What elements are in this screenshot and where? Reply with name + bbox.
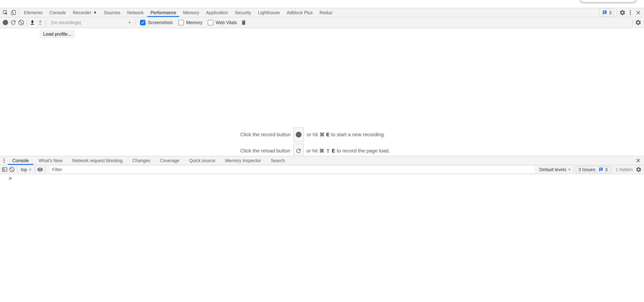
gear-icon [636, 167, 642, 173]
tab-label: Network [127, 10, 144, 15]
trash-icon [240, 20, 247, 26]
tab-elements[interactable]: Elements [20, 8, 46, 17]
tab-label: Application [206, 10, 228, 15]
eye-icon [37, 167, 43, 173]
close-drawer-button[interactable] [634, 157, 642, 165]
close-devtools-button[interactable] [634, 9, 642, 17]
capture-settings-button[interactable] [634, 19, 642, 27]
settings-button[interactable] [618, 9, 626, 17]
record-button-illustration [294, 127, 304, 142]
save-profile-button[interactable] [36, 19, 44, 27]
tab-label: Search [270, 158, 285, 163]
tab-label: Lighthouse [258, 10, 280, 15]
kebab-menu-icon [627, 10, 634, 16]
kebab-menu-icon [1, 158, 7, 164]
drawer-tab-network-request-blocking[interactable]: Network request blocking [67, 156, 128, 165]
tab-label: Console [50, 10, 66, 15]
divider [35, 166, 35, 173]
reload-and-record-button[interactable] [9, 19, 17, 27]
device-toolbar-button[interactable] [9, 9, 17, 17]
drawer-tab-whats-new[interactable]: What's New [34, 156, 68, 165]
cmd-key-glyph: ⌘ [319, 148, 324, 154]
tab-label: Console [12, 158, 29, 163]
issues-button[interactable]: 3 Issues: 3 [576, 166, 610, 173]
tab-label: Network request blocking [72, 158, 122, 163]
inspect-cursor-icon [2, 10, 8, 16]
create-live-expression-button[interactable] [36, 166, 44, 174]
inspect-element-button[interactable] [2, 9, 9, 17]
console-prompt-chevron: > [8, 175, 12, 181]
screenshots-checkbox-group[interactable]: Screenshots [140, 20, 173, 25]
recordings-dropdown[interactable]: (no recordings) ▾ [48, 19, 133, 27]
divider [17, 166, 17, 173]
tab-application[interactable]: Application [203, 8, 232, 17]
browser-top-strip [0, 0, 644, 8]
issues-counter-button[interactable]: 3 [599, 9, 614, 16]
load-profile-button[interactable] [28, 19, 36, 27]
memory-label: Memory [186, 20, 202, 25]
reload-button-illustration [293, 144, 304, 156]
tab-lighthouse[interactable]: Lighthouse [254, 8, 283, 17]
drawer-tab-quick-source[interactable]: Quick source [184, 156, 220, 165]
reload-instruction-row: Click the reload button or hit ⌘ ⇧ E to … [240, 144, 404, 156]
javascript-context-dropdown[interactable]: top ▾ [19, 166, 33, 173]
tab-adblock-plus[interactable]: Adblock Plus [283, 8, 316, 17]
reload-instruction-prefix: Click the reload button [240, 148, 290, 154]
console-filter-input[interactable] [50, 166, 534, 173]
checkmark-icon [141, 20, 145, 25]
tab-label: Coverage [160, 158, 179, 163]
tab-label: Memory [183, 10, 199, 15]
tab-security[interactable]: Security [232, 8, 254, 17]
e-key-glyph: E [326, 132, 330, 137]
tab-label: Security [235, 10, 251, 15]
divider [46, 19, 46, 26]
tab-sources[interactable]: Sources [100, 8, 124, 17]
issues-bubble-icon [602, 10, 607, 15]
garbage-collect-button[interactable] [240, 19, 248, 27]
console-messages-area[interactable]: > [0, 174, 644, 302]
clear-console-button[interactable] [8, 166, 16, 174]
drawer-tab-search[interactable]: Search [266, 156, 290, 165]
web-vitals-checkbox[interactable] [208, 20, 213, 25]
memory-checkbox[interactable] [178, 20, 184, 25]
shift-key-glyph: ⇧ [326, 148, 330, 154]
reload-icon [295, 147, 302, 154]
tab-recorder[interactable]: Recorder [69, 8, 100, 17]
divider [136, 19, 136, 26]
tab-performance[interactable]: Performance [147, 8, 180, 17]
record-button[interactable] [2, 19, 9, 27]
console-settings-button[interactable] [635, 166, 642, 174]
tab-label: What's New [39, 158, 62, 163]
screenshots-checkbox[interactable] [140, 20, 146, 25]
load-profile-tooltip: Load profile... [40, 30, 75, 38]
tab-network[interactable]: Network [124, 8, 147, 17]
more-options-button[interactable] [626, 9, 634, 17]
tab-console[interactable]: Console [46, 8, 69, 17]
drawer-tab-coverage[interactable]: Coverage [155, 156, 184, 165]
web-vitals-checkbox-group[interactable]: Web Vitals [208, 20, 237, 25]
performance-toolbar: (no recordings) ▾ Screenshots Memory Web… [0, 17, 644, 28]
or-hit-text: or hit [307, 132, 318, 137]
experiment-flask-icon [93, 11, 97, 15]
tab-memory[interactable]: Memory [180, 8, 202, 17]
tab-label: Memory Inspector [225, 158, 261, 163]
tab-redux[interactable]: Redux [316, 8, 336, 17]
drawer-tab-memory-inspector[interactable]: Memory Inspector [220, 156, 266, 165]
clear-recordings-button[interactable] [17, 19, 25, 27]
record-instruction-row: Click the record button or hit ⌘ E to st… [240, 127, 404, 142]
reload-icon [10, 19, 16, 26]
drawer-tab-console[interactable]: Console [8, 156, 34, 165]
empty-state-instructions: Click the record button or hit ⌘ E to st… [0, 127, 644, 156]
drawer-tab-changes[interactable]: Changes [128, 156, 155, 165]
console-sidebar-toggle-button[interactable] [1, 166, 8, 174]
record-instruction-prefix: Click the record button [240, 132, 290, 137]
chevron-down-icon: ▾ [29, 167, 31, 172]
memory-checkbox-group[interactable]: Memory [178, 20, 202, 25]
log-levels-dropdown[interactable]: Default levels ▾ [537, 166, 572, 173]
drawer-more-tools-button[interactable] [1, 157, 8, 165]
log-levels-value: Default levels [539, 167, 566, 172]
devtools-window: Elements Console Recorder Sources Networ… [0, 0, 644, 302]
issues-button-count: 3 [605, 167, 608, 172]
performance-panel-content: Click the record button or hit ⌘ E to st… [0, 28, 644, 156]
devtools-main-tabbar: Elements Console Recorder Sources Networ… [0, 8, 644, 17]
